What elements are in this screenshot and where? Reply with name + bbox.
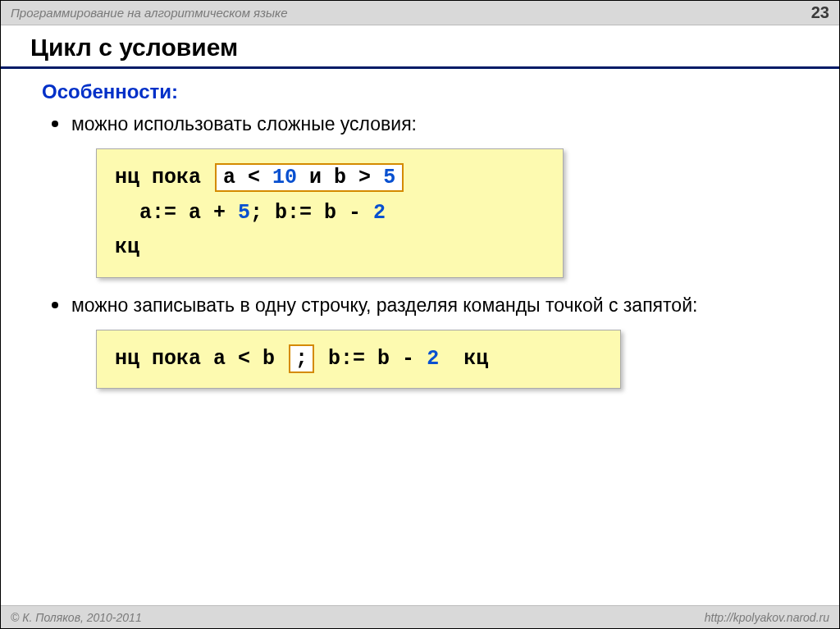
bullet-text-1: можно использовать сложные условия:: [71, 113, 417, 134]
code2-kw-end: кц: [463, 347, 488, 371]
code1-line3: кц: [115, 230, 546, 266]
code1-highlight-condition: a < 10 и b > 5: [215, 163, 404, 192]
code1-num-10: 10: [272, 166, 297, 189]
code2-num-2: 2: [427, 347, 439, 371]
header-bar: Программирование на алгоритмическом язык…: [1, 1, 839, 25]
code1-cond-and: и b >: [309, 166, 371, 189]
code-block-1: нц пока a < 10 и b > 5 a:= a + 5; b:= b …: [96, 148, 564, 278]
slide: Программирование на алгоритмическом язык…: [0, 0, 840, 629]
code2-cond: a < b: [213, 347, 275, 371]
bullet-item-1: можно использовать сложные условия: нц п…: [71, 112, 810, 278]
code1-kw-end: кц: [115, 235, 139, 259]
bullet-text-2: можно записывать в одну строчку, разделя…: [71, 294, 697, 316]
code1-num-5b: 5: [238, 201, 250, 225]
slide-body: Особенности: можно использовать сложные …: [1, 69, 839, 605]
footer-bar: © К. Поляков, 2010-2011 http://kpolyakov…: [1, 605, 839, 628]
code1-line2: a:= a + 5; b:= b - 2: [115, 196, 546, 231]
code1-cond-a: a <: [223, 166, 260, 189]
code-block-2: нц пока a < b ; b:= b - 2 кц: [96, 330, 621, 390]
footer-copyright: © К. Поляков, 2010-2011: [11, 611, 142, 624]
code2-body-a: b:= b -: [328, 347, 414, 371]
page-number: 23: [811, 3, 829, 22]
code1-kw-start: нц пока: [115, 166, 201, 189]
footer-url: http://kpolyakov.narod.ru: [705, 611, 829, 624]
title-band: Цикл с условием: [1, 25, 839, 69]
code1-line2a: a:= a +: [115, 201, 226, 225]
code1-line2b: ; b:= b -: [250, 201, 361, 225]
section-subhead: Особенности:: [42, 80, 810, 103]
code2-highlight-semi: ;: [289, 344, 314, 373]
header-title: Программирование на алгоритмическом язык…: [11, 6, 288, 20]
bullet-list: можно использовать сложные условия: нц п…: [42, 112, 810, 389]
code1-num-2: 2: [373, 201, 386, 225]
code1-line1: нц пока a < 10 и b > 5: [115, 161, 546, 196]
code2-kw-start: нц пока: [115, 347, 201, 371]
slide-title: Цикл с условием: [30, 34, 810, 62]
code2-line1: нц пока a < b ; b:= b - 2 кц: [115, 342, 604, 377]
bullet-item-2: можно записывать в одну строчку, разделя…: [71, 293, 810, 390]
code1-num-5: 5: [383, 166, 395, 189]
